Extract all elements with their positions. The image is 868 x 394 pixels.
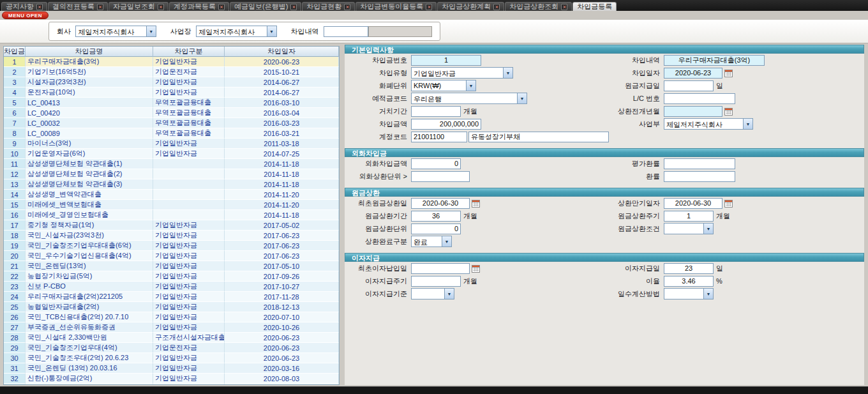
table-row[interactable]: 22농협장기차입금(5억)기업일반자금2017-09-26 [4, 271, 339, 282]
table-row[interactable]: 4운전자금(10억)기업일반자금2014-06-27 [4, 87, 339, 98]
form-row: 최초원금상환일 상환만기일자 [345, 197, 864, 209]
calendar-icon[interactable] [472, 199, 480, 208]
table-row[interactable]: 5LC_00413무역포괄금융대출2016-03-10 [4, 98, 339, 108]
table-row[interactable]: 19국민_기술창조기업우대대출(6억)기업일반자금2017-06-23 [4, 241, 339, 251]
table-row[interactable]: 23신보 P-CBO기업일반자금2017-10-27 [4, 282, 339, 292]
repay-complete-select[interactable]: 완료 ▼ [411, 236, 452, 247]
lc-number-input[interactable] [664, 93, 735, 104]
table-row[interactable]: 8LC_00089무역포괄금융대출2016-03-21 [4, 128, 339, 139]
tab-close-icon[interactable]: × [158, 4, 164, 10]
table-row[interactable]: 21국민_온렌딩(13억)기업일반자금2017-05-10 [4, 261, 339, 271]
table-row[interactable]: 3시설자금(23억3천)기업일반자금2014-06-27 [4, 77, 339, 87]
first-interest-date-input[interactable] [411, 263, 470, 274]
interest-rate-input[interactable] [664, 276, 714, 287]
division-select[interactable]: 제일저지주식회사 ▼ [664, 118, 753, 130]
table-row[interactable]: 28국민_시설대 2,330백만원구조개선시설자금대출2020-06-23 [4, 333, 339, 343]
table-row[interactable]: 20국민_우수기술기업신용대출(4억)기업일반자금2017-06-23 [4, 251, 339, 261]
principal-pay-day-input[interactable] [664, 80, 714, 91]
site-select[interactable]: 제일저지주식회사 ▼ [196, 26, 276, 37]
loan-no-field[interactable]: 1 [411, 55, 481, 66]
interest-cycle-input[interactable] [411, 276, 461, 287]
repay-period-input[interactable] [411, 211, 461, 222]
tab-차입금상환조회[interactable]: 차입금상환조회× [505, 2, 572, 11]
currency-select[interactable]: KRW(₩) ▼ [411, 80, 476, 91]
repay-open-ym-field[interactable] [664, 106, 722, 117]
table-row[interactable]: 29국민_기술창조기업우대(4억)기업운전자금2020-06-23 [4, 343, 339, 353]
first-repay-date-input[interactable] [411, 198, 470, 209]
menu-open-button[interactable]: MENU OPEN [2, 11, 49, 19]
table-row[interactable]: 27부국증권_선순위유동화증권기업일반자금2020-10-26 [4, 322, 339, 333]
loan-date-field[interactable]: 2020-06-23 [664, 68, 722, 79]
tab-공지사항[interactable]: 공지사항× [1, 2, 47, 11]
loan-type-select[interactable]: 기업일반자금 ▼ [411, 67, 513, 79]
grid-column-header[interactable]: 차입일자 [225, 47, 339, 57]
account-code-input[interactable] [411, 132, 467, 142]
grid-column-header[interactable]: 차입금명 [26, 47, 153, 57]
tab-close-icon[interactable]: × [561, 4, 567, 10]
repay-unit-input[interactable] [411, 224, 461, 234]
tab-결의전표등록[interactable]: 결의전표등록× [48, 2, 108, 11]
table-row[interactable]: 7LC_00032무역포괄금융대출2016-03-23 [4, 118, 339, 128]
day-calc-select[interactable]: ▼ [664, 288, 714, 299]
tab-예금일보(은행별)[interactable]: 예금일보(은행별)× [230, 2, 301, 11]
interest-basis-select[interactable]: ▼ [411, 288, 454, 299]
calendar-icon[interactable] [724, 69, 733, 77]
table-row[interactable]: 12삼성생명단체보험 약관대출(2)2014-11-18 [4, 169, 339, 179]
table-row[interactable]: 13삼성생명단체보험 약관대출(3)2014-11-18 [4, 179, 339, 190]
table-row[interactable]: 17중기청 정책자금(1억)기업일반자금2017-05-02 [4, 220, 339, 231]
company-select[interactable]: 제일저지주식회사 ▼ [75, 26, 156, 37]
loan-desc-field[interactable]: 우리구매자금대출(3억) [664, 55, 765, 66]
table-row[interactable]: 1우리구매자금대출(3억)기업일반자금2020-06-23 [4, 57, 339, 67]
tab-차입금상환계획[interactable]: 차입금상환계획× [437, 2, 504, 11]
table-row[interactable]: 32신한(-)통장예금(2억)기업일반자금2020-08-03 [4, 374, 339, 384]
table-row[interactable]: 18국민_시설자금(23억3천)기업일반자금2017-06-23 [4, 231, 339, 241]
tab-계정과목등록[interactable]: 계정과목등록× [169, 2, 229, 11]
table-row[interactable]: 24우리구매자금대출(2억)221205기업일반자금2017-11-28 [4, 292, 339, 302]
repay-condition-select[interactable]: ▼ [664, 223, 714, 234]
tab-차입금현황[interactable]: 차입금현황× [302, 2, 355, 11]
table-row[interactable]: 15미래에셋_변액보험대출2014-11-20 [4, 200, 339, 210]
table-row[interactable]: 10기업운영자금(6억)기업일반자금2014-07-25 [4, 149, 339, 159]
tab-차입금등록[interactable]: 차입금등록 [572, 2, 617, 11]
tab-자금일보조회[interactable]: 자금일보조회× [108, 2, 168, 11]
table-row[interactable]: 16미래에셋_경영인보험대출2014-11-18 [4, 210, 339, 220]
tab-close-icon[interactable]: × [290, 4, 297, 10]
exchange-rate-input[interactable] [664, 171, 735, 182]
table-row[interactable]: 14삼성생명_변액약관대출2014-11-20 [4, 190, 339, 200]
tab-close-icon[interactable]: × [218, 4, 225, 10]
grid-column-header[interactable]: 차입금코드 [4, 47, 26, 57]
tab-close-icon[interactable]: × [426, 4, 432, 10]
table-row[interactable]: 6LC_00420무역포괄금융대출2016-03-04 [4, 108, 339, 118]
table-row[interactable]: 33농협USANCE무역포괄금융대출2020-01-01 [4, 384, 339, 385]
fx-unit-input[interactable] [411, 171, 470, 182]
table-row[interactable]: 26국민_TCB신용대출(2억) 20.7.10기업일반자금2020-07-10 [4, 312, 339, 322]
grace-period-input[interactable] [411, 106, 461, 117]
tab-차입금변동이율등록[interactable]: 차입금변동이율등록× [355, 2, 437, 11]
table-row[interactable]: 2기업기보(16억5천)기업운전자금2015-10-21 [4, 67, 339, 77]
tab-close-icon[interactable]: × [36, 4, 43, 10]
table-row[interactable]: 30국민_기술창조우대(2억) 20.6.23기업일반자금2020-06-23 [4, 353, 339, 363]
loan-type-cell: 기업일반자금 [153, 374, 225, 384]
table-row[interactable]: 9마이너스(3억)기업일반자금2011-03-18 [4, 139, 339, 149]
loan-amount-input[interactable] [411, 119, 481, 130]
table-row[interactable]: 11삼성생명단체보험 약관대출(1)2014-11-18 [4, 159, 339, 169]
account-name-input[interactable] [468, 132, 609, 142]
tab-close-icon[interactable]: × [344, 4, 350, 10]
interest-day-input[interactable] [664, 263, 714, 274]
loan-desc-input[interactable] [324, 26, 368, 37]
form-row: 예적금코드 우리은행 ▼ L/C 번호 [345, 92, 864, 105]
fx-amount-input[interactable] [411, 158, 461, 169]
table-row[interactable]: 25농협일반자금대출(2억)기업일반자금2018-12-13 [4, 302, 339, 312]
deposit-code-select[interactable]: 우리은행 ▼ [411, 93, 527, 104]
repay-cycle-input[interactable] [664, 211, 714, 222]
loan-date-cell: 2020-06-23 [225, 343, 339, 353]
calendar-icon[interactable] [472, 264, 480, 273]
tab-close-icon[interactable]: × [493, 4, 500, 10]
grid-column-header[interactable]: 차입구분 [153, 47, 225, 57]
eval-rate-input[interactable] [664, 158, 735, 169]
calendar-icon[interactable] [724, 199, 733, 208]
table-row[interactable]: 31국민_온렌딩 (13억) 20.03.16기업일반자금2020-03-16 [4, 363, 339, 374]
maturity-date-input[interactable] [664, 198, 722, 209]
calendar-icon[interactable] [724, 107, 733, 116]
tab-close-icon[interactable]: × [97, 4, 103, 10]
